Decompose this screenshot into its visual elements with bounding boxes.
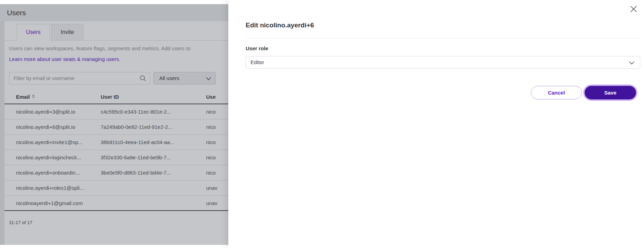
drawer-divider (246, 38, 640, 38)
close-button[interactable] (629, 4, 638, 14)
drawer-actions: Cancel Save (531, 86, 636, 99)
user-role-select[interactable]: Editor (246, 56, 640, 69)
save-button[interactable]: Save (585, 86, 636, 99)
chevron-down-icon (629, 61, 634, 65)
edit-user-drawer: Edit nicolino.ayerdi+6 User role Editor … (228, 0, 644, 248)
user-role-label: User role (246, 45, 268, 51)
user-role-value: Editor (251, 59, 264, 65)
cancel-button[interactable]: Cancel (531, 86, 582, 99)
x-icon (629, 5, 638, 13)
drawer-title: Edit nicolino.ayerdi+6 (246, 21, 314, 29)
